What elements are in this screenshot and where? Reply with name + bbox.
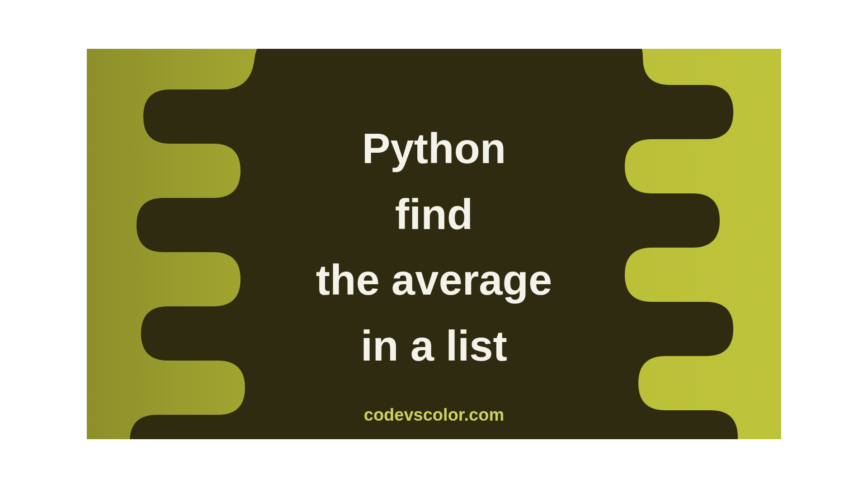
title-line-2: find bbox=[87, 182, 781, 248]
stage: Python find the average in a list codevs… bbox=[0, 0, 868, 488]
title-line-4: in a list bbox=[87, 313, 781, 379]
title-line-1: Python bbox=[87, 116, 781, 182]
watermark: codevscolor.com bbox=[87, 405, 781, 425]
title-block: Python find the average in a list bbox=[87, 116, 781, 379]
banner-canvas: Python find the average in a list codevs… bbox=[87, 49, 781, 439]
title-line-3: the average bbox=[87, 247, 781, 313]
